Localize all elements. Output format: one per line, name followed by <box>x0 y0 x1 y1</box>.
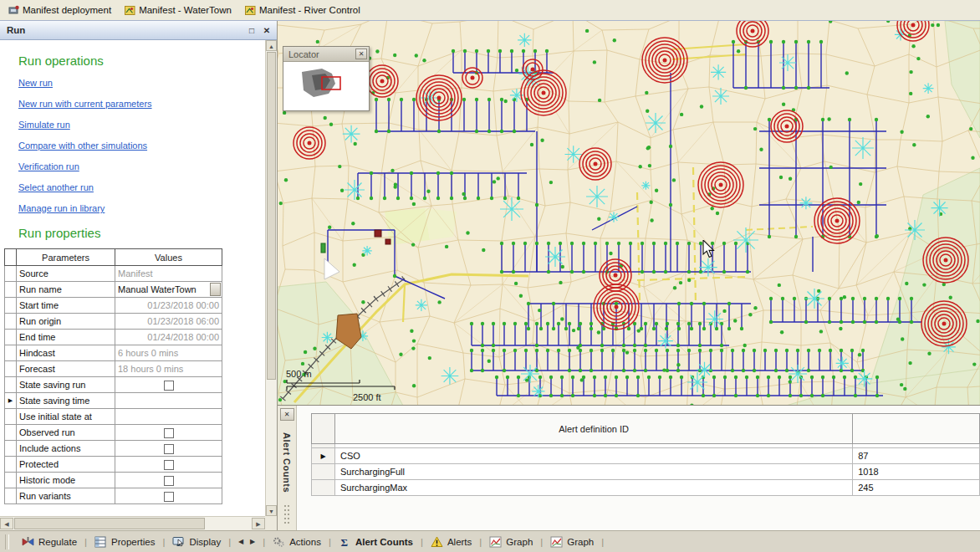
parameter-label: Observed run <box>17 425 115 441</box>
row-gutter-cell[interactable] <box>5 330 17 345</box>
checkbox[interactable] <box>164 476 174 486</box>
parameter-value-cell[interactable]: 01/23/2018 06:00 <box>115 314 222 330</box>
bottom-tab-alerts[interactable]: Alerts <box>423 532 479 552</box>
alert-count-row[interactable]: ▶CSO87 <box>312 448 980 464</box>
alert-definition-id[interactable]: SurchargingMax <box>334 480 852 496</box>
parameter-value-cell[interactable]: Manual WaterTown <box>115 282 222 298</box>
alert-column-header: Alert definition ID <box>334 414 852 444</box>
parameter-value-cell[interactable] <box>115 377 222 393</box>
document-tab-1[interactable]: Manifest deployment <box>3 0 120 20</box>
tab-scroll-right-icon[interactable]: ▶ <box>248 538 258 545</box>
parameter-value-cell[interactable] <box>115 441 222 457</box>
row-gutter-cell[interactable] <box>5 457 17 473</box>
horizontal-scrollbar[interactable]: ◀ ▶ <box>0 516 265 530</box>
panel-grip[interactable] <box>283 504 291 528</box>
horizontal-scroll-thumb[interactable] <box>14 518 205 529</box>
checkbox[interactable] <box>164 444 174 454</box>
document-tab-3[interactable]: Manifest - River Control <box>240 0 369 20</box>
row-marker-icon[interactable]: ▶ <box>312 448 335 464</box>
expand-button[interactable] <box>210 283 221 296</box>
checkbox[interactable] <box>164 381 174 391</box>
row-gutter-cell[interactable] <box>5 473 17 488</box>
map-canvas[interactable] <box>278 21 980 406</box>
parameter-value-cell[interactable]: 01/23/2018 00:00 <box>115 298 222 314</box>
alert-count-column-header <box>853 414 980 444</box>
row-gutter-cell[interactable] <box>5 314 17 330</box>
tabbar-grip[interactable] <box>5 534 9 549</box>
parameter-value-cell[interactable] <box>115 393 222 409</box>
run-operation-link[interactable]: Verification run <box>18 161 79 171</box>
parameter-value-cell[interactable] <box>115 425 222 441</box>
scroll-left-icon[interactable]: ◀ <box>0 518 13 529</box>
locator-window: Locator ✕ <box>283 46 370 111</box>
row-gutter-cell[interactable] <box>5 441 17 457</box>
alert-definition-id[interactable]: CSO <box>334 448 852 464</box>
bottom-tab-alert-counts[interactable]: ΣAlert Counts <box>331 532 421 552</box>
row-marker-icon[interactable]: ▶ <box>5 393 17 409</box>
row-gutter-cell[interactable] <box>5 361 17 377</box>
locator-thumbnail[interactable] <box>283 62 369 110</box>
checkbox[interactable] <box>164 428 174 438</box>
property-row: State saving run <box>5 377 222 393</box>
checkbox[interactable] <box>164 492 174 502</box>
locator-close-icon[interactable]: ✕ <box>355 49 367 59</box>
run-operation-link[interactable]: Select another run <box>18 182 94 192</box>
parameter-value-cell[interactable] <box>115 409 222 425</box>
bottom-tab-label: Graph <box>506 537 533 547</box>
row-gutter-cell[interactable] <box>5 298 17 314</box>
parameter-value-cell[interactable]: Manifest <box>115 266 222 282</box>
column-header-parameters: Parameters <box>17 249 115 266</box>
alert-definition-id[interactable]: SurchargingFull <box>334 464 852 480</box>
row-gutter-cell[interactable] <box>5 409 17 425</box>
row-gutter-cell[interactable] <box>5 345 17 361</box>
parameter-value-cell[interactable] <box>115 473 222 488</box>
row-gutter-cell[interactable] <box>5 377 17 393</box>
scroll-up-icon[interactable]: ▲ <box>266 40 277 51</box>
property-row: Protected <box>5 457 222 473</box>
vertical-scrollbar[interactable]: ▲ ▼ <box>265 40 277 516</box>
scroll-down-icon[interactable]: ▼ <box>266 505 277 516</box>
run-operation-link[interactable]: New run <box>18 78 53 88</box>
locator-title: Locator <box>288 49 319 59</box>
bottom-tab-label: Display <box>189 537 221 547</box>
alert-count-value[interactable]: 245 <box>853 480 980 496</box>
row-gutter-cell[interactable] <box>312 464 335 480</box>
run-operation-link[interactable]: New run with current parameters <box>18 99 152 109</box>
close-icon[interactable]: ✕ <box>259 23 274 37</box>
run-panel-titlebar[interactable]: Run □ ✕ <box>0 21 277 40</box>
run-operation-link[interactable]: Manage run in library <box>18 203 105 213</box>
scroll-right-icon[interactable]: ▶ <box>252 518 265 529</box>
bottom-tab-display[interactable]: Display <box>165 532 228 552</box>
alert-count-value[interactable]: 1018 <box>853 464 980 480</box>
vertical-scroll-thumb[interactable] <box>267 52 276 380</box>
row-gutter-cell[interactable] <box>312 480 335 496</box>
locator-titlebar[interactable]: Locator ✕ <box>283 47 369 62</box>
tab-scroll-left-icon[interactable]: ◀ <box>236 538 246 545</box>
document-tab-label: Manifest - River Control <box>259 5 360 15</box>
alert-counts-tab-label[interactable]: Alert Counts <box>282 432 292 493</box>
row-gutter-cell[interactable] <box>5 425 17 441</box>
bottom-tab-graph[interactable]: Graph <box>482 532 540 552</box>
panel-close-icon[interactable]: ✕ <box>280 408 294 421</box>
run-operation-link[interactable]: Compare with other simulations <box>18 141 147 151</box>
parameter-value-cell[interactable]: 18 hours 0 mins <box>115 361 222 377</box>
document-tab-2[interactable]: Manifest - WaterTown <box>120 0 240 20</box>
bottom-tab-graph[interactable]: Graph <box>543 532 601 552</box>
bottom-tab-properties[interactable]: Properties <box>87 532 162 552</box>
run-properties-heading: Run properties <box>18 226 265 240</box>
parameter-value-cell[interactable] <box>115 488 222 504</box>
parameter-value-cell[interactable] <box>115 457 222 473</box>
bottom-tab-actions[interactable]: Actions <box>265 532 329 552</box>
alert-count-row[interactable]: SurchargingMax245 <box>312 480 980 496</box>
parameter-value-cell[interactable]: 01/24/2018 00:00 <box>115 330 222 345</box>
parameter-value-cell[interactable]: 6 hours 0 mins <box>115 345 222 361</box>
alert-count-value[interactable]: 87 <box>853 448 980 464</box>
alert-count-row[interactable]: SurchargingFull1018 <box>312 464 980 480</box>
checkbox[interactable] <box>164 460 174 470</box>
row-gutter-cell[interactable] <box>5 266 17 282</box>
bottom-tab-regulate[interactable]: Regulate <box>14 532 84 552</box>
row-gutter-cell[interactable] <box>5 488 17 504</box>
row-gutter-cell[interactable] <box>5 282 17 298</box>
restore-icon[interactable]: □ <box>244 23 259 37</box>
run-operation-link[interactable]: Simulate run <box>18 120 70 130</box>
